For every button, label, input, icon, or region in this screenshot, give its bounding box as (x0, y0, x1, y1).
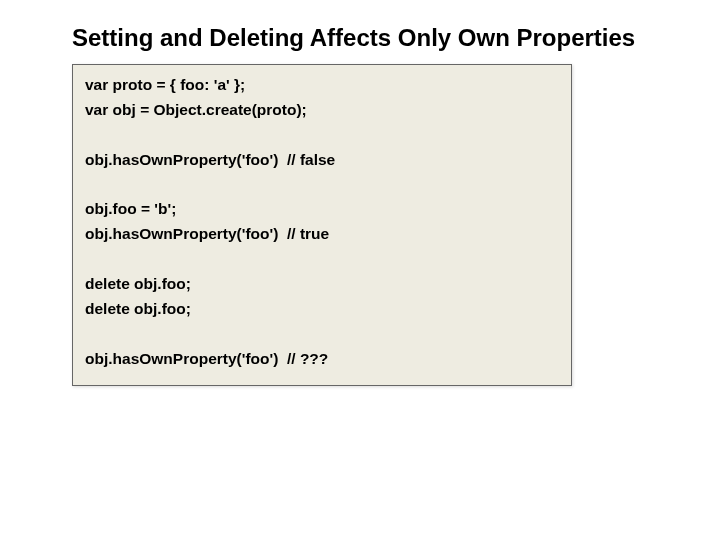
code-line (85, 172, 559, 197)
code-line: obj.hasOwnProperty('foo') // false (85, 148, 559, 173)
code-line (85, 322, 559, 347)
code-line: obj.hasOwnProperty('foo') // true (85, 222, 559, 247)
code-line: obj.foo = 'b'; (85, 197, 559, 222)
code-line: obj.hasOwnProperty('foo') // ??? (85, 347, 559, 372)
code-line (85, 123, 559, 148)
code-line: var obj = Object.create(proto); (85, 98, 559, 123)
code-line: delete obj.foo; (85, 297, 559, 322)
code-line: var proto = { foo: 'a' }; (85, 73, 559, 98)
code-block: var proto = { foo: 'a' }; var obj = Obje… (72, 64, 572, 386)
code-line (85, 247, 559, 272)
code-line: delete obj.foo; (85, 272, 559, 297)
slide-title: Setting and Deleting Affects Only Own Pr… (72, 24, 648, 52)
